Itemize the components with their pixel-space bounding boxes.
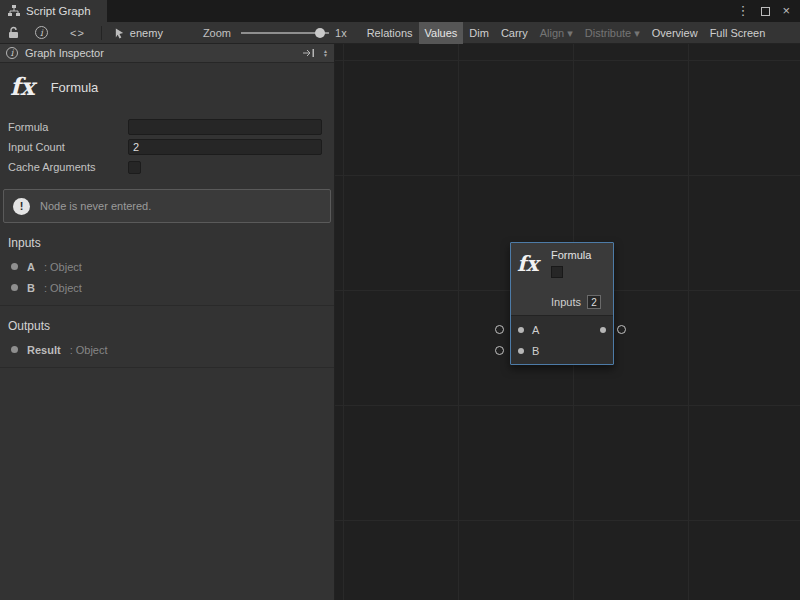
carry-button[interactable]: Carry xyxy=(495,22,534,44)
outputs-section: Outputs Result : Object xyxy=(0,306,334,368)
spinner-down-icon[interactable]: ▼ xyxy=(323,53,328,57)
output-port-result-icon[interactable] xyxy=(600,327,606,333)
zoom-value: 1x xyxy=(335,27,347,39)
formula-node[interactable]: fx Formula Inputs 2 A B xyxy=(510,242,614,365)
formula-field-label: Formula xyxy=(8,121,128,133)
tab-script-graph[interactable]: Script Graph xyxy=(0,0,107,22)
node-inputs-label: Inputs xyxy=(551,296,581,308)
graph-canvas[interactable]: fx Formula Inputs 2 A B xyxy=(335,44,800,600)
toolbar-separator xyxy=(101,26,102,40)
list-item: A : Object xyxy=(0,256,334,277)
port-dot-icon xyxy=(11,346,18,353)
tab-label: Script Graph xyxy=(26,5,91,17)
port-dot-icon xyxy=(11,263,18,270)
outputs-section-header: Outputs xyxy=(0,306,334,339)
inspector-fields: Formula Input Count Cache Arguments xyxy=(0,117,334,177)
input-count-label: Input Count xyxy=(8,141,128,153)
target-object-label: enemy xyxy=(130,27,163,39)
node-input-count-field[interactable]: 2 xyxy=(587,295,601,309)
target-object-chip[interactable]: enemy xyxy=(114,27,163,39)
zoom-slider-knob[interactable] xyxy=(315,28,325,38)
overview-button[interactable]: Overview xyxy=(646,22,704,44)
zoom-slider[interactable] xyxy=(241,22,329,44)
warning-text: Node is never entered. xyxy=(40,200,151,212)
values-button[interactable]: Values xyxy=(419,22,464,44)
info-button[interactable]: i xyxy=(35,22,48,44)
node-port-row-b: B xyxy=(511,340,613,361)
inputs-section-header: Inputs xyxy=(0,223,334,256)
input-count-field-row: Input Count xyxy=(0,137,334,157)
cache-arguments-label: Cache Arguments xyxy=(8,161,128,173)
list-item: Result : Object xyxy=(0,339,334,360)
unit-title-block: fx Formula xyxy=(0,63,334,111)
node-port-row-a: A xyxy=(511,319,613,340)
code-view-button[interactable]: <> xyxy=(70,22,85,44)
dim-button[interactable]: Dim xyxy=(463,22,495,44)
relations-button[interactable]: Relations xyxy=(361,22,419,44)
unit-title: Formula xyxy=(51,80,99,95)
dock-panel-icon[interactable] xyxy=(302,48,315,58)
formula-input[interactable] xyxy=(128,119,322,135)
cache-arguments-field-row: Cache Arguments xyxy=(0,157,334,177)
graph-inspector-panel: i Graph Inspector ▲ ▼ fx Formula Formula… xyxy=(0,44,335,600)
port-dot-icon xyxy=(11,284,18,291)
script-graph-icon xyxy=(8,5,20,17)
node-body: A B xyxy=(511,315,613,364)
window-controls: ⋮ × xyxy=(736,0,800,22)
node-header: fx Formula Inputs 2 xyxy=(511,243,613,315)
graph-toolbar: i <> enemy Zoom 1x Relations Values Dim … xyxy=(0,22,800,44)
edge-connector-b-icon[interactable] xyxy=(495,346,504,355)
formula-fx-icon: fx xyxy=(10,75,35,99)
list-item: B : Object xyxy=(0,277,334,298)
section-divider xyxy=(0,367,334,368)
warning-icon: ! xyxy=(13,198,30,215)
formula-field-row: Formula xyxy=(0,117,334,137)
warning-banner: ! Node is never entered. xyxy=(3,189,331,223)
edge-connector-result-icon[interactable] xyxy=(617,325,626,334)
window-tab-bar: Script Graph ⋮ × xyxy=(0,0,800,22)
panel-scroll-spinner[interactable]: ▲ ▼ xyxy=(323,49,328,57)
maximize-icon[interactable] xyxy=(761,7,770,16)
inspector-header: i Graph Inspector ▲ ▼ xyxy=(0,44,334,63)
lock-icon xyxy=(8,26,19,39)
edge-connector-a-icon[interactable] xyxy=(495,325,504,334)
lock-button[interactable] xyxy=(8,22,19,44)
code-icon: <> xyxy=(70,27,85,39)
close-icon[interactable]: × xyxy=(782,0,790,22)
chevron-down-icon: ▾ xyxy=(634,22,640,44)
full-screen-button[interactable]: Full Screen xyxy=(704,22,772,44)
align-dropdown[interactable]: Align ▾ xyxy=(534,22,579,44)
menu-icon[interactable]: ⋮ xyxy=(736,0,749,22)
node-formula-checkbox[interactable] xyxy=(551,266,563,278)
chevron-down-icon: ▾ xyxy=(567,22,573,44)
input-count-input[interactable] xyxy=(128,139,322,155)
inspector-title: Graph Inspector xyxy=(25,47,104,59)
node-title: Formula xyxy=(551,249,591,261)
info-icon: i xyxy=(35,26,48,39)
formula-fx-icon: fx xyxy=(517,249,543,293)
info-icon: i xyxy=(6,47,18,59)
inputs-section: Inputs A : Object B : Object xyxy=(0,223,334,306)
distribute-dropdown[interactable]: Distribute ▾ xyxy=(579,22,646,44)
zoom-label: Zoom xyxy=(203,27,231,39)
input-port-b-icon[interactable] xyxy=(518,348,524,354)
toolbar-buttons: Relations Values Dim Carry Align ▾ Distr… xyxy=(361,22,772,44)
cache-arguments-checkbox[interactable] xyxy=(128,161,141,174)
input-port-a-icon[interactable] xyxy=(518,327,524,333)
target-cursor-icon xyxy=(114,27,125,39)
